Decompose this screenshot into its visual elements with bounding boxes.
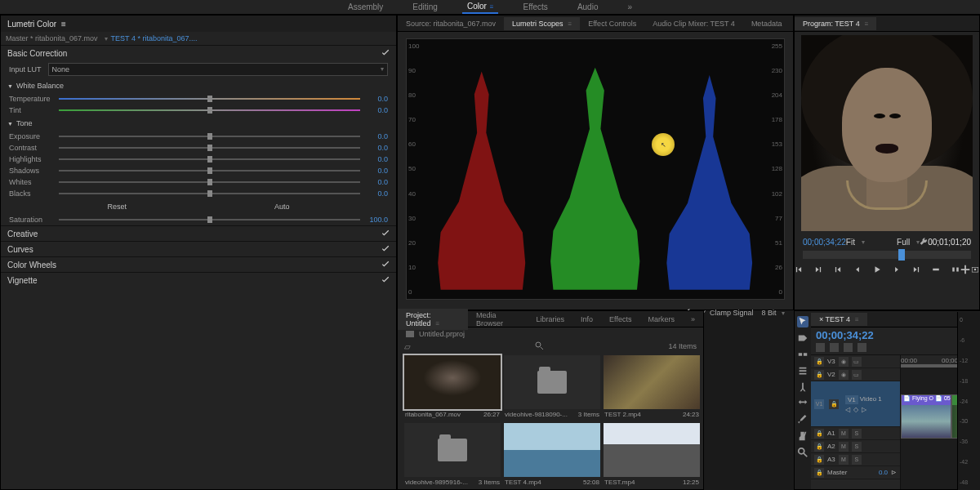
linked-sel-icon[interactable]	[830, 343, 839, 352]
input-lut-select[interactable]: None▾	[48, 63, 388, 76]
project-item-thumb[interactable]	[404, 423, 501, 477]
project-item-thumb[interactable]	[604, 355, 700, 409]
resolution-select[interactable]: Full▾	[897, 238, 920, 247]
sequence-clip-link[interactable]: TEST 4 * ritabonita_067....	[111, 34, 198, 42]
white-balance-group[interactable]: ▼White Balance	[1, 78, 396, 93]
clamp-signal-toggle[interactable]: ✓ Clamp Signal	[701, 309, 753, 317]
button-editor-icon[interactable]	[960, 264, 971, 275]
section-basic-correction[interactable]: Basic Correction	[1, 46, 396, 60]
scope-yaxis-left: 1009080706050403020100	[408, 39, 423, 299]
tab-lumetri-scopes[interactable]: Lumetri Scopes≡	[504, 17, 580, 30]
slip-tool-icon[interactable]	[797, 398, 808, 409]
svg-rect-10	[830, 343, 839, 352]
program-scrubber[interactable]	[803, 251, 971, 259]
bit-depth-select[interactable]: 8 Bit ▾	[761, 309, 785, 317]
svg-line-6	[541, 347, 543, 350]
settings-icon[interactable]	[920, 238, 928, 246]
tab-media-browser[interactable]: Media Browser	[468, 309, 528, 330]
exposure-slider[interactable]	[59, 136, 360, 137]
highlights-slider[interactable]	[59, 158, 360, 160]
pen-tool-icon[interactable]	[797, 414, 808, 425]
export-frame-icon[interactable]	[971, 264, 979, 275]
project-file-label: Untitled.prproj	[419, 330, 465, 338]
tab-sequence[interactable]: × TEST 4≡	[811, 313, 867, 326]
extract-icon[interactable]	[951, 264, 960, 275]
tab-markers[interactable]: Markers	[639, 313, 683, 326]
project-item-meta: 12:25	[683, 479, 699, 486]
workspace-tab-editing[interactable]: Editing	[408, 1, 443, 13]
tab-effect-controls[interactable]: Effect Controls	[580, 17, 644, 30]
current-timecode[interactable]: 00;00;34;22	[803, 238, 846, 247]
zoom-tool-icon[interactable]	[797, 447, 808, 458]
shadows-slider[interactable]	[59, 170, 360, 172]
bin-icon	[406, 331, 414, 337]
program-monitor-viewport[interactable]	[801, 35, 973, 231]
lock-v1[interactable]: 🔒	[829, 399, 839, 409]
track-select-tool-icon[interactable]	[797, 332, 808, 344]
section-curves[interactable]: Curves	[1, 242, 396, 256]
auto-button[interactable]: Auto	[274, 203, 290, 211]
razor-tool-icon[interactable]	[797, 381, 808, 393]
section-creative[interactable]: Creative	[1, 226, 396, 241]
check-icon[interactable]	[381, 49, 390, 57]
go-in-icon[interactable]	[834, 264, 842, 275]
rate-tool-icon[interactable]	[797, 365, 808, 376]
master-clip-label[interactable]: Master * ritabonita_067.mov	[6, 34, 98, 42]
hand-tool-icon[interactable]	[797, 430, 808, 442]
project-item-thumb[interactable]	[404, 355, 501, 409]
workspace-tab-assembly[interactable]: Assembly	[343, 1, 388, 13]
blacks-slider[interactable]	[59, 193, 360, 194]
temperature-value[interactable]: 0.0	[365, 95, 388, 103]
timeline-clip[interactable]: 📄 Flying O 📄 05.r	[901, 394, 951, 439]
tab-info[interactable]: Info	[572, 313, 601, 326]
filter-icon[interactable]: ▱	[404, 342, 411, 351]
lock-v2[interactable]: 🔒	[814, 370, 824, 380]
tab-source[interactable]: Source: ritabonita_067.mov	[398, 17, 504, 30]
tone-group[interactable]: ▼Tone	[1, 116, 396, 131]
lock-v3[interactable]: 🔒	[814, 357, 824, 367]
ripple-tool-icon[interactable]	[797, 349, 808, 360]
saturation-slider[interactable]	[59, 219, 360, 220]
project-item-thumb[interactable]	[504, 423, 600, 477]
lift-icon[interactable]	[932, 264, 940, 275]
cursor-highlight: ↖	[652, 133, 675, 156]
tab-project[interactable]: Project: Untitled≡	[398, 309, 468, 330]
step-back-icon[interactable]	[853, 264, 862, 275]
tint-slider[interactable]	[59, 109, 360, 111]
workspace-overflow[interactable]: »	[622, 1, 637, 13]
contrast-slider[interactable]	[59, 147, 360, 149]
section-color-wheels[interactable]: Color Wheels	[1, 257, 396, 272]
workspace-tab-audio[interactable]: Audio	[572, 1, 604, 13]
tint-value[interactable]: 0.0	[365, 106, 388, 114]
selection-tool-icon[interactable]	[797, 316, 808, 327]
mark-in-icon[interactable]	[795, 264, 803, 275]
svg-point-7	[799, 448, 804, 454]
search-icon[interactable]	[535, 341, 545, 350]
tab-overflow[interactable]: »	[683, 313, 703, 326]
play-icon[interactable]	[873, 264, 881, 275]
timeline-timecode[interactable]: 00;00;34;22	[816, 329, 980, 341]
temperature-slider[interactable]	[59, 98, 360, 100]
step-fwd-icon[interactable]	[893, 264, 901, 275]
tab-libraries[interactable]: Libraries	[528, 313, 573, 326]
go-out-icon[interactable]	[912, 264, 920, 275]
mark-out-icon[interactable]	[814, 264, 822, 275]
project-item-thumb[interactable]	[604, 423, 700, 477]
workspace-tab-effects[interactable]: Effects	[518, 1, 552, 13]
tab-audio-mixer[interactable]: Audio Clip Mixer: TEST 4	[644, 17, 743, 30]
tab-program[interactable]: Program: TEST 4≡	[795, 17, 876, 30]
settings-gear-icon[interactable]	[858, 343, 866, 352]
project-item-thumb[interactable]	[504, 355, 600, 409]
project-item-meta: 3 Items	[479, 479, 500, 486]
scope-yaxis-right: 2552302041781531281027751260	[768, 39, 782, 299]
workspace-tab-color[interactable]: Color≡	[462, 0, 499, 14]
zoom-fit-select[interactable]: Fit▾	[846, 238, 865, 247]
marker-icon[interactable]	[844, 343, 853, 352]
whites-slider[interactable]	[59, 181, 360, 183]
tab-effects-panel[interactable]: Effects	[601, 313, 639, 326]
section-vignette[interactable]: Vignette	[1, 273, 396, 287]
reset-button[interactable]: Reset	[107, 203, 127, 211]
snap-icon[interactable]	[816, 343, 825, 352]
rgb-parade-scope: 1009080706050403020100 25523020417815312…	[406, 38, 785, 300]
tab-metadata[interactable]: Metadata	[743, 17, 791, 30]
